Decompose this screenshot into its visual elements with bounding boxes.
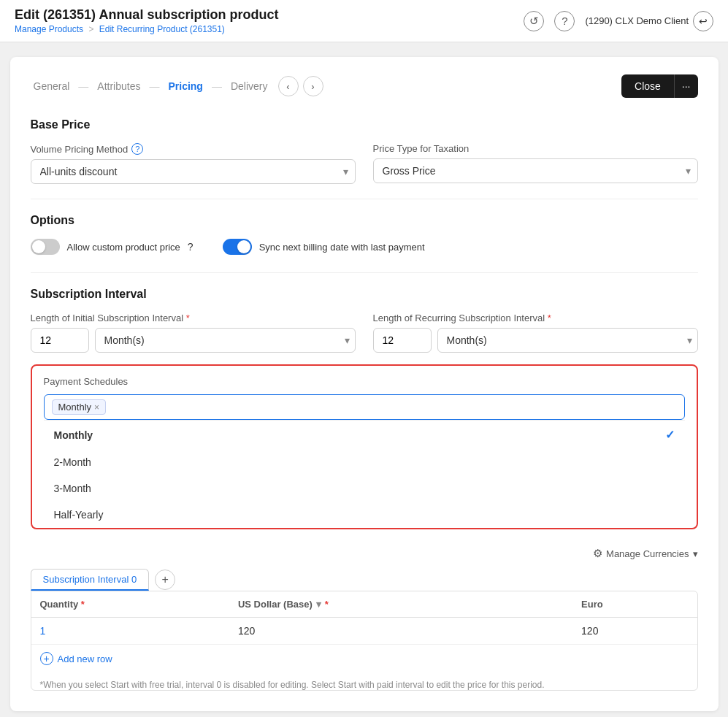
tab-general[interactable]: General — [31, 80, 73, 92]
breadcrumb: Manage Products > Edit Recurring Product… — [15, 24, 278, 34]
payment-schedules-input-row: Monthly × — [44, 394, 685, 420]
client-label: (1290) CLX Demo Client ↩ — [585, 11, 713, 31]
table-row: 1 120 120 — [31, 618, 697, 645]
recurring-interval-label: Length of Recurring Subscription Interva… — [373, 313, 698, 323]
dropdown-item-3month[interactable]: 3-Month — [44, 475, 685, 502]
volume-pricing-select[interactable]: All-units discount — [31, 159, 356, 184]
client-name: (1290) CLX Demo Client — [585, 15, 689, 26]
volume-pricing-label: Volume Pricing Method ? — [31, 143, 356, 155]
initial-interval-label: Length of Initial Subscription Interval … — [31, 313, 356, 323]
quantity-required-mark: * — [81, 599, 85, 610]
recurring-interval-inputs: Month(s) ▾ — [373, 328, 698, 353]
allow-custom-help-icon[interactable]: ? — [188, 241, 194, 253]
euro-col-header: Euro — [572, 591, 697, 618]
breadcrumb-current: Edit Recurring Product (261351) — [99, 24, 225, 34]
client-back-icon[interactable]: ↩ — [693, 11, 713, 31]
recurring-interval-col: Length of Recurring Subscription Interva… — [373, 313, 698, 353]
tab-pricing[interactable]: Pricing — [165, 80, 205, 92]
add-row-button[interactable]: + Add new row — [31, 645, 697, 672]
dropdown-item-2month-label: 2-Month — [54, 456, 91, 468]
manage-currencies-chevron-icon: ▾ — [693, 548, 698, 559]
quantity-col-header: Quantity * — [31, 591, 229, 618]
dropdown-item-halfyearly-label: Half-Yearly — [54, 509, 104, 521]
sub-interval-tab-0[interactable]: Subscription Interval 0 — [31, 569, 150, 591]
gear-icon: ⚙ — [593, 547, 602, 560]
price-table: Quantity * US Dollar (Base) ▾ * Euro — [31, 591, 697, 645]
more-button[interactable]: ··· — [674, 74, 698, 98]
top-bar: Edit (261351) Annual subscription produc… — [0, 0, 728, 42]
subscription-interval-section: Subscription Interval Length of Initial … — [31, 288, 698, 529]
manage-currencies-button[interactable]: ⚙ Manage Currencies ▾ — [593, 547, 697, 560]
initial-interval-unit-wrapper: Month(s) ▾ — [95, 328, 356, 353]
nav-prev-button[interactable]: ‹ — [278, 76, 299, 96]
usd-currency-col: US Dollar (Base) ▾ * — [238, 599, 564, 610]
monthly-tag-remove[interactable]: × — [94, 402, 99, 413]
manage-currencies-row: ⚙ Manage Currencies ▾ — [31, 547, 698, 560]
recurring-required-mark: * — [548, 313, 551, 323]
top-bar-right: ↺ ? (1290) CLX Demo Client ↩ — [524, 11, 713, 31]
initial-interval-inputs: Month(s) ▾ — [31, 328, 356, 353]
initial-interval-number-input[interactable] — [31, 328, 89, 353]
volume-pricing-help-icon[interactable]: ? — [131, 143, 143, 155]
subscription-interval-title: Subscription Interval — [31, 288, 698, 301]
breadcrumb-root[interactable]: Manage Products — [15, 24, 83, 34]
price-type-select-wrapper: Gross Price ▾ — [373, 158, 698, 183]
volume-pricing-col: Volume Pricing Method ? All-units discou… — [31, 143, 356, 184]
history-icon[interactable]: ↺ — [524, 11, 544, 31]
add-tab-button[interactable]: + — [155, 570, 175, 590]
price-type-select[interactable]: Gross Price — [373, 158, 698, 183]
monthly-tag: Monthly × — [52, 399, 107, 415]
payment-schedules-input[interactable] — [112, 402, 676, 413]
allow-custom-price-option: Allow custom product price ? — [31, 239, 194, 255]
base-price-form-row: Volume Pricing Method ? All-units discou… — [31, 143, 698, 184]
nav-right: Close ··· — [621, 74, 697, 98]
dropdown-item-3month-label: 3-Month — [54, 483, 91, 494]
price-table-container: Quantity * US Dollar (Base) ▾ * Euro — [31, 591, 698, 691]
close-button[interactable]: Close — [621, 74, 674, 98]
initial-interval-unit-select[interactable]: Month(s) — [95, 328, 356, 353]
recurring-interval-number-input[interactable] — [373, 328, 432, 353]
section-divider-2 — [31, 272, 698, 273]
dropdown-item-halfyearly[interactable]: Half-Yearly — [44, 502, 685, 528]
options-title: Options — [31, 214, 698, 227]
options-section: Options Allow custom product price ? Syn… — [31, 214, 698, 255]
usd-col-header: US Dollar (Base) ▾ * — [229, 591, 572, 618]
sync-billing-toggle[interactable] — [223, 239, 252, 255]
add-row-icon: + — [40, 652, 53, 665]
nav-tabs: General — Attributes — Pricing — Deliver… — [31, 74, 698, 98]
usd-chevron-icon[interactable]: ▾ — [316, 599, 321, 610]
nav-arrows: ‹ › — [278, 76, 323, 96]
payment-schedules-label: Payment Schedules — [44, 376, 685, 387]
price-type-col: Price Type for Taxation Gross Price ▾ — [373, 143, 698, 184]
row-quantity: 1 — [31, 618, 229, 645]
row-euro: 120 — [572, 618, 697, 645]
allow-custom-price-knob — [32, 240, 45, 253]
add-row-label: Add new row — [58, 653, 112, 664]
check-icon: ✓ — [665, 428, 675, 442]
top-bar-left: Edit (261351) Annual subscription produc… — [15, 7, 278, 34]
dropdown-item-monthly[interactable]: Monthly ✓ — [44, 421, 685, 449]
dropdown-item-2month[interactable]: 2-Month — [44, 449, 685, 475]
price-table-footnote: *When you select Start with free trial, … — [31, 672, 697, 690]
nav-next-button[interactable]: › — [303, 76, 323, 96]
initial-required-mark: * — [186, 313, 190, 323]
breadcrumb-separator: > — [88, 24, 93, 34]
sync-billing-option: Sync next billing date with last payment — [223, 239, 425, 255]
monthly-tag-label: Monthly — [58, 402, 92, 413]
allow-custom-price-toggle[interactable] — [31, 239, 60, 255]
help-icon[interactable]: ? — [554, 11, 575, 31]
usd-required-mark: * — [325, 599, 329, 610]
manage-currencies-label: Manage Currencies — [606, 548, 689, 559]
initial-interval-col: Length of Initial Subscription Interval … — [31, 313, 356, 353]
payment-schedules-dropdown: Monthly ✓ 2-Month 3-Month Half-Yearly — [44, 420, 685, 528]
section-divider-1 — [31, 199, 698, 199]
allow-custom-price-label: Allow custom product price — [67, 242, 180, 253]
row-usd: 120 — [229, 618, 572, 645]
sync-billing-label: Sync next billing date with last payment — [259, 242, 425, 253]
interval-row: Length of Initial Subscription Interval … — [31, 313, 698, 353]
recurring-interval-unit-select[interactable]: Month(s) — [437, 328, 698, 353]
payment-schedules-box: Payment Schedules Monthly × Monthly ✓ 2-… — [31, 364, 698, 529]
sync-billing-knob — [237, 240, 250, 253]
tab-attributes[interactable]: Attributes — [94, 80, 143, 92]
tab-delivery[interactable]: Delivery — [228, 80, 271, 92]
